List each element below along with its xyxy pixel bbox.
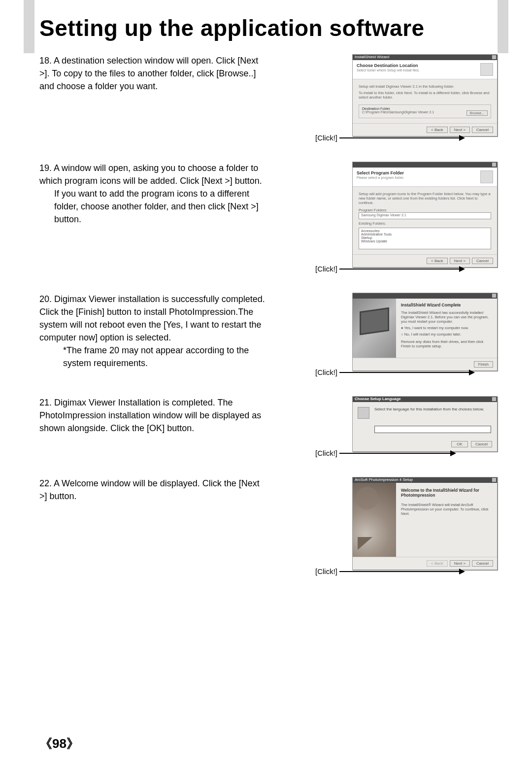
dialog-header: Choose Destination Location Select folde…	[353, 60, 497, 79]
welcome-dialog: ArcSoft PhotoImpression 4 Setup Welcome …	[352, 477, 498, 570]
cancel-button[interactable]: Cancel	[472, 560, 493, 567]
click-callout-18: [Click!]	[315, 134, 498, 142]
next-button[interactable]: Next >	[450, 127, 470, 133]
step-22-text: 22. A Welcome window will be displayed. …	[39, 477, 268, 503]
next-button[interactable]: Next >	[450, 258, 470, 264]
destination-dialog: InstallShield Wizard Choose Destination …	[352, 54, 498, 136]
step-22: 22. A Welcome window will be displayed. …	[39, 477, 498, 575]
next-button[interactable]: Next >	[450, 560, 470, 567]
ok-button[interactable]: OK	[451, 441, 468, 447]
step-19: 19. A window will open, asking you to ch…	[39, 162, 498, 273]
arrow-icon	[339, 137, 464, 138]
arcsoft-side-image	[353, 483, 396, 557]
step-20-figure: InstallShield Wizard Complete The Instal…	[315, 293, 498, 376]
step-19-text: 19. A window will open, asking you to ch…	[39, 162, 268, 226]
step-21-text: 21. Digimax Viewer Installation is compl…	[39, 396, 268, 435]
arrow-icon	[339, 372, 474, 373]
close-icon	[492, 294, 496, 298]
wizard-icon	[480, 63, 493, 76]
existing-folders-list[interactable]: Accessories Administrative Tools Startup…	[359, 228, 491, 249]
arrow-icon	[339, 571, 464, 572]
step-20-num: 20.	[39, 294, 54, 304]
page-number: 《98》	[39, 735, 79, 752]
click-callout-20: [Click!]	[315, 368, 498, 376]
restart-later-radio[interactable]: No, I will restart my computer later.	[401, 332, 492, 337]
globe-icon	[358, 407, 369, 419]
finish-button[interactable]: Finish	[474, 361, 493, 368]
arrow-icon	[339, 269, 464, 270]
page-title: Setting up the application software	[39, 15, 425, 41]
step-22-num: 22.	[39, 478, 54, 488]
content-area: 18. A destination selection window will …	[39, 54, 498, 595]
page-body: Setting up the application software 18. …	[34, 0, 498, 777]
program-folder-input[interactable]: Samsung Digimax Viewer 2.1	[359, 212, 491, 219]
step-18-body: A destination selection window will open…	[39, 56, 258, 91]
step-19-figure: Select Program Folder Please select a pr…	[315, 162, 498, 273]
close-icon	[492, 397, 496, 401]
language-dialog-titlebar: Choose Setup Language	[353, 397, 497, 402]
close-icon	[492, 55, 496, 59]
browse-button[interactable]: Browse...	[466, 110, 488, 116]
arrow-icon	[339, 453, 455, 454]
step-20-text: 20. Digimax Viewer installation is succe…	[39, 293, 268, 370]
restart-now-radio[interactable]: Yes, I want to restart my computer now.	[401, 326, 492, 330]
cancel-button[interactable]: Cancel	[471, 441, 492, 447]
click-callout-21: [Click!]	[315, 449, 498, 457]
cancel-button[interactable]: Cancel	[472, 258, 493, 264]
language-dropdown[interactable]	[374, 426, 491, 433]
step-21: 21. Digimax Viewer Installation is compl…	[39, 396, 498, 457]
wizard-side-image	[353, 299, 396, 358]
click-callout-19: [Click!]	[315, 265, 498, 273]
step-20: 20. Digimax Viewer installation is succe…	[39, 293, 498, 376]
step-18-text: 18. A destination selection window will …	[39, 54, 268, 93]
step-18-figure: InstallShield Wizard Choose Destination …	[315, 54, 498, 142]
back-button[interactable]: < Back	[427, 560, 448, 567]
step-20-note: *The frame 20 may not appear according t…	[39, 344, 268, 370]
step-22-figure: ArcSoft PhotoImpression 4 Setup Welcome …	[315, 477, 498, 575]
program-folder-dialog: Select Program Folder Please select a pr…	[352, 162, 498, 268]
complete-dialog: InstallShield Wizard Complete The Instal…	[352, 293, 498, 371]
step-19-num: 19.	[39, 163, 54, 173]
destination-folder-box: Destination Folder C:\Program Files\Sams…	[359, 104, 491, 118]
step-21-figure: Choose Setup Language Select the languag…	[315, 396, 498, 457]
dialog-titlebar: InstallShield Wizard	[353, 55, 497, 60]
click-callout-22: [Click!]	[315, 567, 498, 575]
close-icon	[492, 478, 496, 482]
step-18: 18. A destination selection window will …	[39, 54, 498, 142]
language-dialog: Choose Setup Language Select the languag…	[352, 396, 498, 452]
cancel-button[interactable]: Cancel	[472, 127, 493, 133]
step-18-num: 18.	[39, 56, 54, 66]
step-21-num: 21.	[39, 398, 54, 407]
back-button[interactable]: < Back	[427, 127, 448, 133]
wizard-icon	[480, 170, 493, 183]
close-icon	[492, 163, 496, 167]
back-button[interactable]: < Back	[427, 258, 448, 264]
